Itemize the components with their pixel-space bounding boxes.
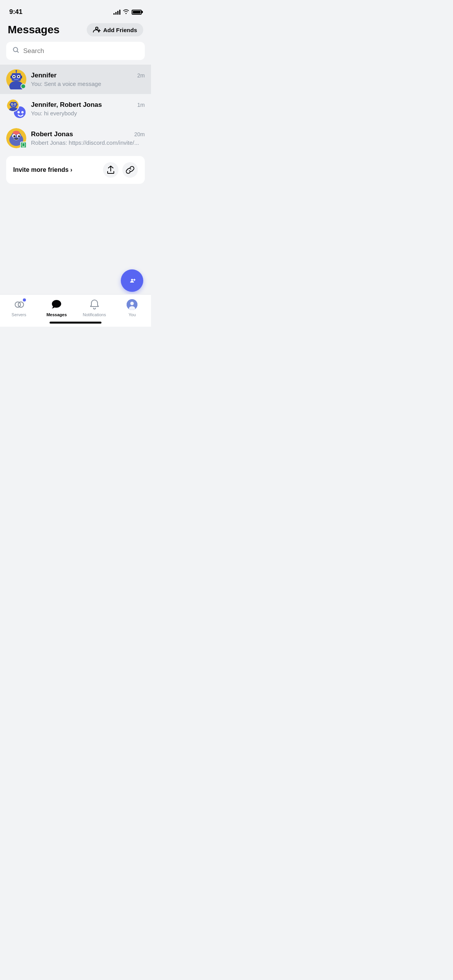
list-item[interactable]: Jennifer, Robert Jonas 1m You: hi everyb… [0, 94, 151, 123]
nav-item-servers[interactable]: Servers [0, 298, 38, 317]
messages-nav-label: Messages [46, 312, 67, 317]
nav-item-you[interactable]: You [113, 298, 151, 317]
message-preview: You: hi everybody [31, 110, 145, 117]
new-message-fab[interactable] [121, 269, 143, 292]
status-bar: 9:41 [0, 0, 151, 19]
messages-icon-wrap [50, 298, 63, 311]
avatar [6, 99, 26, 119]
wifi-icon [123, 9, 129, 15]
svg-rect-11 [10, 75, 12, 79]
svg-rect-25 [16, 103, 17, 105]
svg-point-37 [131, 279, 133, 281]
status-icons [113, 9, 142, 15]
message-time: 2m [137, 72, 145, 79]
list-item[interactable]: Jennifer 2m You: Sent a voice message [0, 65, 151, 94]
message-content: Jennifer 2m You: Sent a voice message [31, 72, 145, 87]
link-button[interactable] [122, 162, 138, 178]
svg-point-8 [15, 70, 17, 72]
you-icon-wrap [126, 298, 138, 311]
svg-rect-12 [21, 75, 22, 79]
contact-name: Jennifer, Robert Jonas [31, 101, 102, 109]
new-message-icon [127, 276, 137, 285]
invite-actions [103, 162, 138, 178]
servers-icon-wrap [13, 298, 25, 311]
search-icon [12, 46, 19, 55]
add-friends-button[interactable]: Add Friends [87, 23, 143, 36]
message-time: 1m [137, 102, 145, 108]
home-indicator [50, 322, 101, 324]
svg-rect-22 [12, 106, 15, 106]
device-indicator [20, 142, 27, 148]
svg-rect-9 [14, 79, 19, 80]
avatar-front [6, 99, 19, 112]
svg-point-21 [15, 104, 16, 105]
invite-text[interactable]: Invite more friends › [13, 166, 72, 173]
svg-point-14 [17, 111, 20, 113]
servers-label: Servers [12, 312, 26, 317]
message-content: Robert Jonas 20m Robert Jonas: https://d… [31, 130, 145, 146]
messages-icon [51, 299, 62, 310]
message-content: Jennifer, Robert Jonas 1m You: hi everyb… [31, 101, 145, 117]
profile-avatar [127, 299, 137, 310]
list-item[interactable]: Robert Jonas 20m Robert Jonas: https://d… [0, 123, 151, 153]
svg-point-33 [18, 135, 20, 137]
search-container [0, 42, 151, 65]
share-button[interactable] [103, 162, 118, 178]
svg-rect-24 [10, 103, 11, 105]
svg-point-32 [14, 135, 15, 137]
battery-icon [132, 10, 142, 15]
svg-point-15 [21, 111, 24, 113]
svg-point-29 [13, 131, 20, 135]
nav-item-messages[interactable]: Messages [38, 298, 76, 317]
servers-badge [22, 298, 27, 302]
nav-item-notifications[interactable]: Notifications [76, 298, 113, 317]
add-friends-icon [93, 26, 101, 33]
message-preview: Robert Jonas: https://discord.com/invite… [31, 139, 145, 146]
svg-point-20 [12, 104, 13, 105]
search-input[interactable] [23, 47, 139, 55]
notifications-icon-wrap [88, 298, 101, 311]
notifications-nav-label: Notifications [83, 312, 106, 317]
messages-header: Messages Add Friends [0, 19, 151, 42]
link-icon [126, 166, 134, 174]
status-time: 9:41 [9, 8, 22, 16]
avatar [6, 128, 26, 148]
page-title: Messages [8, 24, 60, 36]
message-time: 20m [134, 131, 145, 137]
contact-name: Jennifer [31, 72, 57, 79]
svg-point-41 [130, 302, 134, 305]
svg-rect-35 [23, 146, 24, 147]
avatar [6, 69, 26, 89]
signal-icon [113, 9, 120, 15]
you-nav-label: You [129, 312, 136, 317]
search-bar[interactable] [6, 42, 145, 60]
invite-card[interactable]: Invite more friends › [6, 156, 145, 184]
svg-point-6 [18, 76, 19, 77]
online-status-dot [21, 84, 26, 89]
svg-point-5 [13, 76, 15, 77]
message-preview: You: Sent a voice message [31, 81, 145, 87]
share-icon [107, 166, 115, 174]
notifications-icon [89, 299, 100, 310]
contact-name: Robert Jonas [31, 130, 73, 138]
message-list: Jennifer 2m You: Sent a voice message [0, 65, 151, 153]
